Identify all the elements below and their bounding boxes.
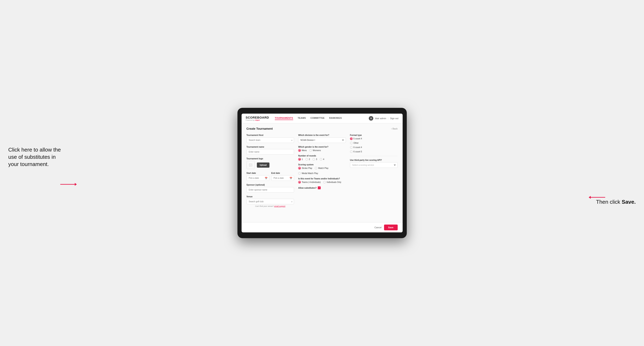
svg-marker-5 xyxy=(589,196,591,199)
substitutes-row: Allow substitutes? ✓ xyxy=(298,186,346,189)
name-input[interactable] xyxy=(246,149,294,155)
rounds-3[interactable]: 3 xyxy=(312,158,317,161)
logo-powered: Powered by clippd xyxy=(246,119,269,121)
division-label: Which division is the event for? xyxy=(298,134,346,136)
left-annotation-text: Click here to allow the use of substitut… xyxy=(8,147,61,167)
scoring-stroke[interactable]: Stroke Play xyxy=(298,167,312,170)
host-dropdown-icon: ▾ xyxy=(291,139,292,141)
rounds-radio-group: 1 2 3 xyxy=(298,158,346,161)
event-teams[interactable]: Teams (+Individuals) xyxy=(298,181,321,183)
page-title: Create Tournament xyxy=(246,127,273,130)
scoring-api-label: Use third-party live scoring API? xyxy=(350,159,398,161)
end-date-group: End date 📅 xyxy=(271,172,294,181)
scoring-match[interactable]: Match Play xyxy=(315,167,328,170)
venue-help: Can't find your venue? email support xyxy=(246,205,294,207)
scoring-api-select-wrap: Select a scoring service xyxy=(350,162,398,168)
start-date-group: Start date 📅 xyxy=(246,172,269,181)
rounds-2-radio xyxy=(306,158,308,161)
end-date-wrap: 📅 xyxy=(271,175,294,181)
scoring-medal-radio xyxy=(298,172,301,175)
scoring-api-select[interactable]: Select a scoring service xyxy=(350,162,398,168)
format-5count4[interactable]: 5 count 4 xyxy=(350,137,398,140)
name-label: Tournament name xyxy=(246,146,294,148)
format-6count5-radio xyxy=(350,150,353,153)
scoring-match-radio xyxy=(315,167,317,170)
scoring-api-group: Use third-party live scoring API? Select… xyxy=(350,159,398,168)
start-date-icon: 📅 xyxy=(265,177,268,179)
logo-scoreboard: SCOREBOARD xyxy=(246,116,269,119)
page-content: Create Tournament ‹ Back Tournament Host… xyxy=(242,123,403,222)
venue-input[interactable] xyxy=(246,199,294,204)
tablet-screen: SCOREBOARD Powered by clippd TOURNAMENTS… xyxy=(242,114,403,232)
logo-area: SCOREBOARD Powered by clippd xyxy=(246,116,269,121)
venue-dropdown-icon: ▾ xyxy=(291,200,292,203)
rounds-4[interactable]: 4 xyxy=(320,158,324,161)
gender-mens-radio xyxy=(298,149,301,152)
upload-button[interactable]: Upload xyxy=(257,163,270,168)
start-date-wrap: 📅 xyxy=(246,175,269,181)
nav-user: B blair admin | Sign out xyxy=(369,116,398,121)
nav-links: TOURNAMENTS TEAMS COMMITTEE RANKINGS xyxy=(275,117,369,120)
format-radio-col: 5 count 4 Other 6 count 4 xyxy=(350,137,398,153)
venue-label: Venue xyxy=(246,195,294,198)
format-6count5[interactable]: 6 count 5 xyxy=(350,150,398,153)
back-link[interactable]: ‹ Back xyxy=(391,127,398,130)
gender-label: Which gender is the event for? xyxy=(298,146,346,148)
page-header: Create Tournament ‹ Back xyxy=(246,127,398,130)
division-select[interactable]: NCAA Division I xyxy=(298,137,346,143)
gender-womens-radio xyxy=(309,149,312,152)
nav-tournaments[interactable]: TOURNAMENTS xyxy=(275,117,293,120)
logo-group: Tournament logo Upload xyxy=(246,158,294,169)
cancel-button[interactable]: Cancel xyxy=(374,226,382,229)
sponsor-input[interactable] xyxy=(246,187,294,192)
gender-radio-group: Mens Womens xyxy=(298,149,346,152)
form-col-3: Format type 5 count 4 Other xyxy=(350,134,398,210)
substitutes-group: Allow substitutes? ✓ xyxy=(298,186,346,189)
right-arrow xyxy=(589,194,605,200)
substitutes-checkbox[interactable]: ✓ xyxy=(318,186,321,189)
nav-committee[interactable]: COMMITTEE xyxy=(310,117,325,120)
gender-mens[interactable]: Mens xyxy=(298,149,306,152)
scoring-radio-group: Stroke Play Match Play Medal Match Play xyxy=(298,167,346,175)
page-footer: Cancel Save xyxy=(242,222,403,232)
end-date-label: End date xyxy=(271,172,294,174)
venue-help-link[interactable]: email support xyxy=(274,205,285,207)
form-col-1: Tournament Host ▾ Tournament name Tourna xyxy=(246,134,294,210)
rounds-3-radio xyxy=(312,158,315,161)
nav-rankings[interactable]: RANKINGS xyxy=(329,117,342,120)
scoring-system-label: Scoring system xyxy=(298,164,346,166)
start-date-label: Start date xyxy=(246,172,269,174)
form-columns: Tournament Host ▾ Tournament name Tourna xyxy=(246,134,398,210)
nav-teams[interactable]: TEAMS xyxy=(298,117,306,120)
format-6count4-radio xyxy=(350,146,353,149)
tournament-name-group: Tournament name xyxy=(246,146,294,155)
division-group: Which division is the event for? NCAA Di… xyxy=(298,134,346,143)
scoring-stroke-radio xyxy=(298,167,301,170)
venue-group: Venue ▾ Can't find your venue? email sup… xyxy=(246,195,294,207)
gender-womens[interactable]: Womens xyxy=(309,149,321,152)
sign-out-link[interactable]: Sign out xyxy=(390,117,398,120)
sponsor-group: Sponsor (optional) xyxy=(246,184,294,192)
format-5count4-radio xyxy=(350,137,353,140)
scoring-medal[interactable]: Medal Match Play xyxy=(298,172,318,175)
format-divider xyxy=(350,156,398,156)
svg-point-1 xyxy=(250,164,250,165)
logo-placeholder xyxy=(246,161,255,169)
rounds-1-radio xyxy=(298,158,301,161)
host-input[interactable] xyxy=(246,137,294,143)
event-individuals[interactable]: Individuals Only xyxy=(323,181,341,183)
event-type-radio-group: Teams (+Individuals) Individuals Only xyxy=(298,181,346,183)
format-6count4[interactable]: 6 count 4 xyxy=(350,146,398,149)
logo-upload-area: Upload xyxy=(246,161,294,169)
host-label: Tournament Host xyxy=(246,134,294,136)
format-type-label: Format type xyxy=(350,134,398,136)
scoring-system-group: Scoring system Stroke Play Match Play xyxy=(298,164,346,175)
format-other[interactable]: Other xyxy=(350,142,398,144)
event-teams-radio xyxy=(298,181,301,183)
user-name: blair admin xyxy=(375,117,386,120)
save-button[interactable]: Save xyxy=(384,224,398,230)
rounds-4-radio xyxy=(320,158,322,161)
gender-group: Which gender is the event for? Mens Wome… xyxy=(298,146,346,152)
rounds-1[interactable]: 1 xyxy=(298,158,303,161)
rounds-2[interactable]: 2 xyxy=(306,158,310,161)
